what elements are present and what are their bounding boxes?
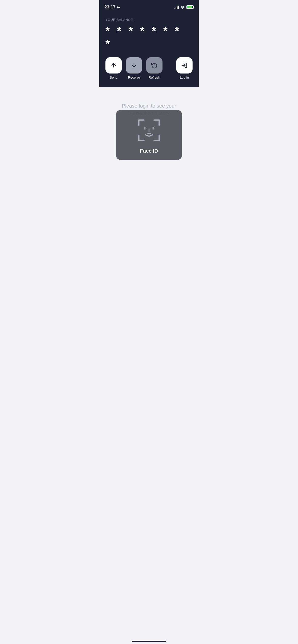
login-label: Log in (180, 76, 189, 79)
status-time: 23:17 🛏 (104, 5, 120, 10)
action-buttons: Send Receive Refresh (105, 57, 193, 79)
receive-button-circle (126, 57, 142, 74)
send-label: Send (110, 76, 117, 79)
receive-button[interactable]: Receive (126, 57, 142, 79)
face-id-label: Face ID (140, 148, 158, 154)
refresh-button[interactable]: Refresh (146, 57, 162, 79)
refresh-icon (151, 62, 157, 68)
face-id-dialog[interactable]: Face ID (116, 110, 182, 160)
time-display: 23:17 (104, 5, 115, 10)
login-button[interactable]: Log in (176, 57, 193, 79)
battery-icon: ⚡ (186, 5, 194, 9)
receive-label: Receive (128, 76, 140, 79)
wifi-icon (180, 5, 185, 9)
balance-value: * * * * * * * * (105, 25, 193, 50)
arrow-down-icon (131, 62, 137, 68)
send-button[interactable]: Send (105, 57, 122, 79)
face-id-icon (136, 118, 162, 143)
login-button-circle (176, 57, 193, 74)
refresh-button-circle (146, 57, 162, 74)
header-section: YOUR BALANCE * * * * * * * * Send Receiv… (99, 13, 199, 87)
login-icon (181, 62, 187, 68)
refresh-label: Refresh (148, 76, 160, 79)
status-icons: ⚡ (174, 5, 194, 9)
send-button-circle (105, 57, 122, 74)
bed-icon: 🛏 (117, 5, 120, 9)
arrow-up-icon (111, 62, 117, 68)
main-content: Please login to see your transaction his… (99, 87, 199, 215)
status-bar: 23:17 🛏 ⚡ (99, 0, 199, 13)
signal-icon (174, 5, 179, 9)
balance-label: YOUR BALANCE (105, 18, 193, 22)
